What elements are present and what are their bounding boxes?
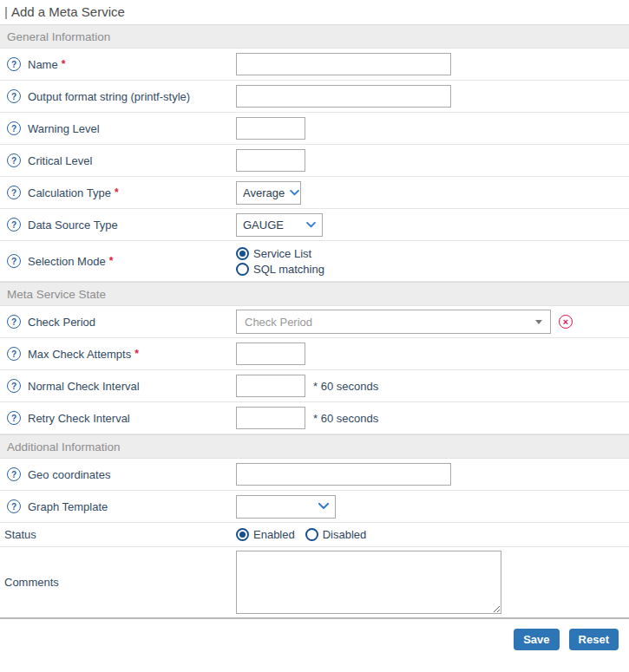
title-bar-mark: | <box>4 4 8 19</box>
max-check-attempts-input[interactable] <box>236 343 305 365</box>
retry-check-interval-suffix: * 60 seconds <box>313 412 378 425</box>
reset-button[interactable]: Reset <box>569 629 619 650</box>
radio-service-list-label: Service List <box>253 247 311 260</box>
row-normal-check-interval: ? Normal Check Interval * 60 seconds <box>0 370 629 402</box>
save-button[interactable]: Save <box>514 629 559 650</box>
max-check-attempts-label: Max Check Attempts <box>28 348 131 361</box>
row-name: ? Name * <box>0 49 629 81</box>
form-footer: Save Reset <box>0 617 629 661</box>
data-source-type-label: Data Source Type <box>28 219 118 232</box>
row-output-format: ? Output format string (printf-style) <box>0 81 629 113</box>
status-label: Status <box>4 528 36 541</box>
help-icon[interactable]: ? <box>7 411 21 425</box>
chevron-down-icon <box>290 190 299 196</box>
name-input[interactable] <box>236 53 451 75</box>
required-asterisk: * <box>134 348 139 360</box>
add-meta-service-form: |Add a Meta Service General Information … <box>0 0 629 661</box>
row-max-check-attempts: ? Max Check Attempts * <box>0 338 629 370</box>
check-period-select[interactable]: Check Period <box>236 310 551 334</box>
required-asterisk: * <box>115 186 119 199</box>
radio-unselected-icon <box>305 528 318 541</box>
required-asterisk: * <box>109 255 114 267</box>
check-period-label: Check Period <box>28 316 95 329</box>
calculation-type-label: Calculation Type <box>28 186 111 199</box>
normal-check-interval-suffix: * 60 seconds <box>313 380 378 393</box>
row-retry-check-interval: ? Retry Check Interval * 60 seconds <box>0 402 629 434</box>
calculation-type-value: Average <box>243 186 285 199</box>
retry-check-interval-input[interactable] <box>236 407 305 429</box>
help-icon[interactable]: ? <box>7 186 21 199</box>
row-comments: Comments <box>0 547 629 617</box>
row-geo-coordinates: ? Geo coordinates <box>0 459 629 491</box>
section-additional-information: Additional Information <box>0 434 629 459</box>
help-icon[interactable]: ? <box>7 254 21 268</box>
required-asterisk: * <box>62 58 66 70</box>
selection-mode-label: Selection Mode <box>28 255 106 268</box>
help-icon[interactable]: ? <box>7 121 21 135</box>
critical-level-label: Critical Level <box>28 154 92 167</box>
radio-service-list[interactable]: Service List <box>236 247 324 260</box>
help-icon[interactable]: ? <box>7 347 21 361</box>
chevron-down-icon <box>318 503 329 510</box>
help-icon[interactable]: ? <box>7 315 21 329</box>
data-source-type-select[interactable]: GAUGE <box>236 213 323 237</box>
help-icon[interactable]: ? <box>7 89 21 103</box>
page-title: |Add a Meta Service <box>0 0 629 24</box>
check-period-placeholder: Check Period <box>245 316 312 329</box>
section-meta-service-state: Meta Service State <box>0 282 629 306</box>
row-calculation-type: ? Calculation Type * Average <box>0 177 629 209</box>
selection-mode-radio-group: Service List SQL matching <box>236 244 324 279</box>
clear-selection-icon[interactable]: × <box>559 315 573 329</box>
row-status: Status Enabled Disabled <box>0 523 629 547</box>
geo-coordinates-label: Geo coordinates <box>28 468 110 481</box>
row-critical-level: ? Critical Level <box>0 145 629 177</box>
graph-template-label: Graph Template <box>28 500 108 513</box>
help-icon[interactable]: ? <box>7 218 21 232</box>
help-icon[interactable]: ? <box>7 379 21 393</box>
normal-check-interval-label: Normal Check Interval <box>28 380 140 393</box>
calculation-type-select[interactable]: Average <box>236 181 301 205</box>
comments-label: Comments <box>4 576 59 589</box>
geo-coordinates-input[interactable] <box>236 463 451 486</box>
status-radio-group: Enabled Disabled <box>236 528 366 541</box>
row-data-source-type: ? Data Source Type GAUGE <box>0 209 629 241</box>
data-source-type-value: GAUGE <box>243 219 284 232</box>
radio-enabled-label: Enabled <box>253 528 295 541</box>
help-icon[interactable]: ? <box>7 57 21 71</box>
output-format-label: Output format string (printf-style) <box>28 90 190 103</box>
retry-check-interval-label: Retry Check Interval <box>28 412 130 425</box>
radio-disabled-label: Disabled <box>323 528 367 541</box>
row-graph-template: ? Graph Template <box>0 491 629 523</box>
chevron-down-icon <box>306 222 316 228</box>
radio-sql-matching-label: SQL matching <box>253 263 324 276</box>
row-warning-level: ? Warning Level <box>0 113 629 145</box>
radio-selected-icon <box>236 528 249 541</box>
radio-unselected-icon <box>236 263 249 276</box>
section-general-information: General Information <box>0 24 629 49</box>
graph-template-select[interactable] <box>236 495 336 519</box>
radio-enabled[interactable]: Enabled <box>236 528 295 541</box>
name-label: Name <box>28 58 58 71</box>
row-check-period: ? Check Period Check Period × <box>0 306 629 338</box>
radio-selected-icon <box>236 247 249 260</box>
output-format-input[interactable] <box>236 85 451 108</box>
page-title-text: Add a Meta Service <box>11 4 125 19</box>
comments-textarea[interactable] <box>236 551 501 614</box>
help-icon[interactable]: ? <box>7 153 21 167</box>
dropdown-arrow-icon <box>535 320 542 324</box>
warning-level-input[interactable] <box>236 117 305 140</box>
radio-sql-matching[interactable]: SQL matching <box>236 263 324 276</box>
row-selection-mode: ? Selection Mode * Service List SQL matc… <box>0 241 629 282</box>
help-icon[interactable]: ? <box>7 467 21 481</box>
warning-level-label: Warning Level <box>28 122 100 135</box>
radio-disabled[interactable]: Disabled <box>305 528 367 541</box>
critical-level-input[interactable] <box>236 149 305 172</box>
normal-check-interval-input[interactable] <box>236 375 305 397</box>
help-icon[interactable]: ? <box>7 499 21 513</box>
